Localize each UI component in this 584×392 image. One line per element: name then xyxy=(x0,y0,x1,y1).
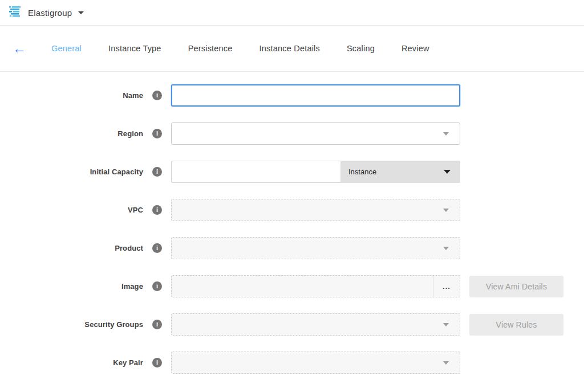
name-input[interactable] xyxy=(171,84,460,107)
security-groups-label: Security Groups xyxy=(0,320,143,329)
tab-instance-type[interactable]: Instance Type xyxy=(108,44,161,53)
key-pair-info-icon[interactable]: i xyxy=(152,358,162,368)
app-switcher-caret-down-icon[interactable] xyxy=(78,11,84,14)
image-value xyxy=(172,276,433,297)
region-info-icon[interactable]: i xyxy=(152,129,162,138)
wizard-tabs: General Instance Type Persistence Instan… xyxy=(51,44,429,53)
field-row-key-pair: Key Pair i xyxy=(0,352,584,374)
capacity-unit-caret-down-icon xyxy=(444,170,451,174)
region-select[interactable] xyxy=(171,122,460,145)
product-select xyxy=(171,237,460,259)
key-pair-caret-down-icon xyxy=(443,361,449,365)
initial-capacity-info-icon[interactable]: i xyxy=(152,167,162,177)
product-caret-down-icon xyxy=(443,247,449,250)
field-row-security-groups: Security Groups i View Rules xyxy=(0,313,584,336)
key-pair-label: Key Pair xyxy=(0,358,143,367)
elastigroup-logo-icon xyxy=(8,6,23,19)
initial-capacity-label: Initial Capacity xyxy=(0,168,143,176)
key-pair-select xyxy=(171,352,460,374)
region-label: Region xyxy=(0,129,143,138)
view-rules-button[interactable]: View Rules xyxy=(469,314,563,336)
vpc-caret-down-icon xyxy=(443,209,449,212)
wizard-tab-bar: ← General Instance Type Persistence Inst… xyxy=(0,26,584,72)
field-row-region: Region i xyxy=(0,122,584,145)
security-groups-info-icon[interactable]: i xyxy=(152,320,162,329)
app-header: Elastigroup xyxy=(0,0,584,26)
name-info-icon[interactable]: i xyxy=(152,91,162,100)
app-switcher-label[interactable]: Elastigroup xyxy=(28,8,72,18)
image-input-group: ... xyxy=(171,275,460,297)
vpc-select xyxy=(171,199,460,221)
product-label: Product xyxy=(0,244,143,252)
field-row-image: Image i ... View Ami Details xyxy=(0,275,584,297)
image-info-icon[interactable]: i xyxy=(152,281,162,291)
vpc-label: VPC xyxy=(0,206,143,214)
tab-instance-details[interactable]: Instance Details xyxy=(259,44,320,53)
product-info-icon[interactable]: i xyxy=(152,243,162,253)
security-groups-caret-down-icon xyxy=(443,323,449,326)
initial-capacity-input[interactable] xyxy=(171,161,340,183)
security-groups-select xyxy=(171,313,460,336)
capacity-unit-value: Instance xyxy=(348,168,376,176)
name-label: Name xyxy=(0,91,143,100)
initial-capacity-control: Instance xyxy=(171,161,460,183)
general-settings-form: Name i Region i Initial Capacity i Insta… xyxy=(0,72,584,374)
vpc-info-icon[interactable]: i xyxy=(152,205,162,215)
tab-review[interactable]: Review xyxy=(402,44,429,53)
view-ami-details-button[interactable]: View Ami Details xyxy=(469,276,563,297)
back-arrow-icon[interactable]: ← xyxy=(13,42,26,55)
region-caret-down-icon xyxy=(443,132,449,136)
image-label: Image xyxy=(0,282,143,291)
field-row-name: Name i xyxy=(0,84,584,107)
capacity-unit-select[interactable]: Instance xyxy=(340,161,460,183)
field-row-product: Product i xyxy=(0,237,584,259)
image-browse-button[interactable]: ... xyxy=(433,276,460,297)
field-row-initial-capacity: Initial Capacity i Instance xyxy=(0,161,584,183)
tab-general[interactable]: General xyxy=(51,44,82,53)
tab-scaling[interactable]: Scaling xyxy=(347,44,375,53)
field-row-vpc: VPC i xyxy=(0,199,584,221)
tab-persistence[interactable]: Persistence xyxy=(188,44,233,53)
